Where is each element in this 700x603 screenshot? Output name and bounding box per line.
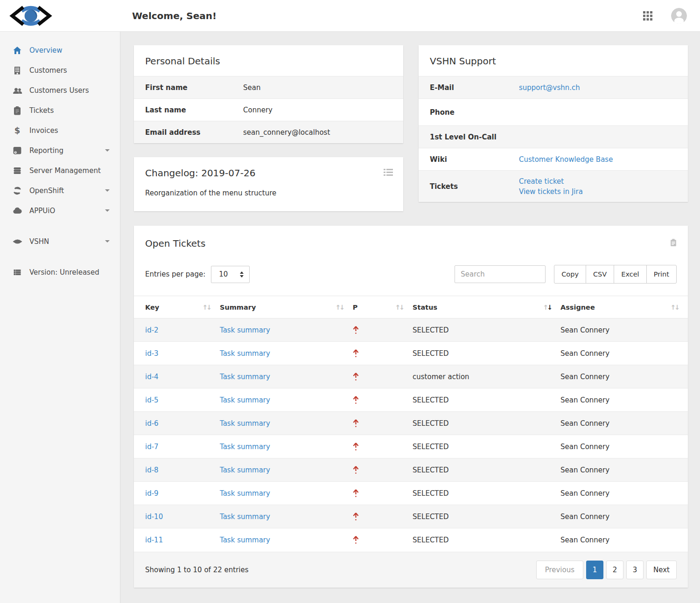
ticket-key-link[interactable]: id-4 xyxy=(145,373,159,381)
pagination: Previous 1 2 3 Next xyxy=(536,561,677,579)
copy-button[interactable]: Copy xyxy=(554,265,586,284)
print-button[interactable]: Print xyxy=(646,265,677,284)
main-content: Personal Details First name Sean Last na… xyxy=(120,32,700,603)
column-header-priority: P ↑↓ xyxy=(353,296,413,319)
priority-high-icon xyxy=(353,395,413,404)
page-title: Welcome, Sean! xyxy=(120,10,217,21)
export-button-group: Copy CSV Excel Print xyxy=(554,265,677,284)
cloud-icon xyxy=(12,206,22,215)
priority-high-icon xyxy=(353,489,413,498)
chevron-down-icon xyxy=(105,209,110,212)
sidebar-item-openshift[interactable]: OpenShift xyxy=(0,180,120,201)
sort-icon[interactable]: ↑↓ xyxy=(395,304,403,311)
ticket-key-link[interactable]: id-6 xyxy=(145,419,159,428)
support-row-wiki: Wiki Customer Knowledge Base xyxy=(419,148,688,170)
showing-entries-text: Showing 1 to 10 of 22 entries xyxy=(145,566,249,574)
ticket-summary-link[interactable]: Task summary xyxy=(220,443,270,451)
excel-button[interactable]: Excel xyxy=(614,265,646,284)
openshift-icon xyxy=(12,186,22,195)
sort-icon-active[interactable]: ↑↓ xyxy=(543,304,551,311)
support-email-link[interactable]: support@vshn.ch xyxy=(519,83,580,92)
ticket-summary-link[interactable]: Task summary xyxy=(220,326,270,334)
entries-per-page-select[interactable]: 10 xyxy=(211,266,250,283)
pagination-next-button[interactable]: Next xyxy=(646,561,677,579)
ticket-summary-link[interactable]: Task summary xyxy=(220,396,270,404)
table-row: id-8 Task summary SELECTED Sean Connery xyxy=(134,458,688,482)
priority-high-icon xyxy=(353,372,413,381)
ticket-status: SELECTED xyxy=(413,412,560,435)
ticket-assignee: Sean Connery xyxy=(560,319,688,342)
apps-grid-icon[interactable] xyxy=(643,11,652,21)
ticket-summary-link[interactable]: Task summary xyxy=(220,349,270,358)
sort-icon[interactable]: ↑↓ xyxy=(203,304,210,311)
sidebar-item-reporting[interactable]: Reporting xyxy=(0,140,120,160)
column-header-assignee: Assignee ↑↓ xyxy=(560,296,688,319)
ticket-assignee: Sean Connery xyxy=(560,342,688,365)
ticket-assignee: Sean Connery xyxy=(560,388,688,412)
view-tickets-jira-link[interactable]: View tickets in Jira xyxy=(519,187,583,196)
ticket-summary-link[interactable]: Task summary xyxy=(220,419,270,428)
pagination-page-1-button[interactable]: 1 xyxy=(586,561,603,579)
personal-details-title: Personal Details xyxy=(134,45,403,76)
ticket-key-link[interactable]: id-11 xyxy=(145,536,163,544)
support-row-phone: Phone xyxy=(419,98,688,125)
changelog-card: Changelog: 2019-07-26 Reorganization of … xyxy=(134,157,403,211)
ticket-summary-link[interactable]: Task summary xyxy=(220,536,270,544)
pagination-page-2-button[interactable]: 2 xyxy=(606,561,623,579)
ticket-key-link[interactable]: id-9 xyxy=(145,489,159,498)
tickets-clipboard-icon xyxy=(669,226,678,249)
open-tickets-card: Open Tickets Entries per page: 10 Copy xyxy=(134,226,688,588)
priority-high-icon xyxy=(353,419,413,428)
ticket-key-link[interactable]: id-2 xyxy=(145,326,159,334)
ticket-assignee: Sean Connery xyxy=(560,412,688,435)
sidebar-item-customers-users[interactable]: Customers Users xyxy=(0,80,120,100)
ticket-summary-link[interactable]: Task summary xyxy=(220,489,270,498)
pagination-page-3-button[interactable]: 3 xyxy=(626,561,644,579)
sidebar-item-appuio[interactable]: APPUiO xyxy=(0,201,120,221)
sidebar-item-customers[interactable]: Customers xyxy=(0,60,120,80)
ticket-assignee: Sean Connery xyxy=(560,528,688,552)
wiki-link[interactable]: Customer Knowledge Base xyxy=(519,155,613,164)
server-icon xyxy=(12,166,22,175)
ticket-summary-link[interactable]: Task summary xyxy=(220,466,270,474)
table-row: id-3 Task summary SELECTED Sean Connery xyxy=(134,342,688,365)
ticket-key-link[interactable]: id-7 xyxy=(145,443,159,451)
sidebar-item-version[interactable]: Version: Unreleased xyxy=(0,262,120,282)
sort-icon[interactable]: ↑↓ xyxy=(671,304,679,311)
vshn-support-title: VSHN Support xyxy=(419,45,688,76)
sidebar-item-vshn[interactable]: VSHN xyxy=(0,231,120,251)
sidebar: Overview Customers Custo xyxy=(0,32,120,603)
sidebar-item-server-management[interactable]: Server Management xyxy=(0,160,120,180)
building-icon xyxy=(12,66,22,75)
ticket-key-link[interactable]: id-8 xyxy=(145,466,159,474)
priority-high-icon xyxy=(353,512,413,521)
ticket-assignee: Sean Connery xyxy=(560,482,688,505)
user-avatar[interactable] xyxy=(671,8,687,24)
detail-row-email: Email address sean_connery@localhost xyxy=(134,121,403,143)
support-row-oncall: 1st Level On-Call xyxy=(419,125,688,148)
detail-row-first-name: First name Sean xyxy=(134,76,403,98)
ticket-status: SELECTED xyxy=(413,342,560,365)
priority-high-icon xyxy=(353,535,413,544)
vshn-logo[interactable] xyxy=(0,4,120,28)
csv-button[interactable]: CSV xyxy=(586,265,614,284)
ticket-summary-link[interactable]: Task summary xyxy=(220,373,270,381)
create-ticket-link[interactable]: Create ticket xyxy=(519,177,583,186)
ticket-summary-link[interactable]: Task summary xyxy=(220,513,270,521)
priority-high-icon xyxy=(353,442,413,451)
table-row: id-10 Task summary SELECTED Sean Connery xyxy=(134,505,688,528)
pagination-previous-button[interactable]: Previous xyxy=(536,561,583,579)
open-tickets-table: Key ↑↓ Summary ↑↓ P ↑↓ Status xyxy=(134,296,688,552)
ticket-key-link[interactable]: id-10 xyxy=(145,513,163,521)
sidebar-item-tickets[interactable]: Tickets xyxy=(0,100,120,120)
ticket-status: SELECTED xyxy=(413,435,560,458)
sidebar-item-overview[interactable]: Overview xyxy=(0,40,120,60)
sidebar-item-invoices[interactable]: $ Invoices xyxy=(0,120,120,140)
search-input[interactable] xyxy=(455,265,546,283)
sort-icon[interactable]: ↑↓ xyxy=(335,304,343,311)
select-stepper-icon xyxy=(240,271,244,277)
table-row: id-11 Task summary SELECTED Sean Connery xyxy=(134,528,688,552)
ticket-key-link[interactable]: id-3 xyxy=(145,349,159,358)
detail-row-last-name: Last name Connery xyxy=(134,98,403,121)
ticket-key-link[interactable]: id-5 xyxy=(145,396,159,404)
